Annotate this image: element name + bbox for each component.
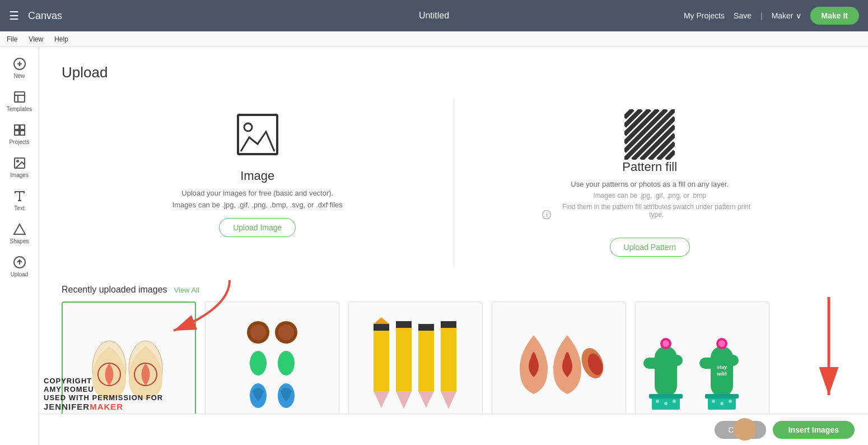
pattern-option-desc1: Use your patterns or photos as a fill on… [571, 180, 729, 188]
pattern-option-note: Find them in the pattern fill attributes… [556, 203, 757, 219]
image-card-4[interactable] [492, 302, 626, 425]
my-projects-link[interactable]: My Projects [684, 11, 725, 20]
watermark-jennifer: JENNIFER [44, 402, 90, 411]
recently-section: Recently uploaded images View All [62, 285, 846, 425]
project-title: Untitled [419, 11, 449, 21]
make-it-button[interactable]: Make It [810, 7, 859, 25]
svg-rect-6 [15, 125, 19, 129]
sidebar-item-projects-label: Projects [9, 139, 29, 145]
topbar-divider: | [760, 11, 763, 20]
svg-rect-54 [441, 321, 456, 328]
image-option-title: Image [240, 169, 274, 183]
svg-rect-48 [396, 321, 412, 328]
sidebar-item-templates[interactable]: Templates [0, 85, 39, 118]
sidebar-item-templates-label: Templates [7, 106, 32, 112]
svg-marker-43 [374, 391, 389, 408]
bottom-bar: Cancel Insert Images [39, 414, 868, 445]
sidebar-item-shapes-label: Shapes [10, 238, 29, 244]
hamburger-menu-icon[interactable]: ☰ [9, 9, 19, 22]
page-title: Upload [62, 64, 846, 81]
maker-selector[interactable]: Maker ∨ [772, 11, 801, 20]
svg-rect-46 [396, 321, 412, 391]
watermark-line3: USED WITH PERMISSION FOR [44, 393, 163, 402]
menubar: File View Help [0, 31, 868, 47]
topbar-right: My Projects Save | Maker ∨ Make It [684, 7, 859, 25]
text-icon [13, 189, 26, 203]
svg-point-65 [664, 402, 668, 405]
svg-point-63 [662, 340, 669, 347]
menu-file[interactable]: File [7, 35, 17, 43]
sidebar-item-text-label: Text [14, 205, 24, 211]
svg-point-73 [718, 340, 725, 347]
pencils-image [360, 313, 472, 414]
pattern-upload-icon [624, 109, 675, 160]
upload-pattern-button[interactable]: Upload Pattern [610, 238, 690, 257]
sidebar-item-projects[interactable]: Projects [0, 118, 39, 151]
upload-image-button[interactable]: Upload Image [219, 218, 296, 237]
topbar: ☰ Canvas Untitled My Projects Save | Mak… [0, 0, 868, 31]
svg-point-64 [656, 400, 659, 403]
save-button[interactable]: Save [734, 11, 752, 20]
upload-options: Image Upload your images for free (basic… [62, 98, 846, 268]
sidebar-item-text[interactable]: Text [0, 184, 39, 217]
sidebar-item-images-label: Images [10, 172, 29, 178]
upload-pattern-option: Pattern fill Use your patterns or photos… [454, 98, 846, 268]
sidebar-item-images[interactable]: Images [0, 151, 39, 184]
svg-rect-59 [666, 355, 683, 366]
pattern-option-title: Pattern fill [622, 160, 677, 174]
image-option-desc1: Upload your images for free (basic and v… [181, 189, 333, 197]
svg-rect-44 [374, 324, 389, 331]
svg-rect-61 [649, 394, 683, 398]
insert-images-button[interactable]: Insert Images [773, 421, 855, 439]
svg-point-38 [250, 351, 267, 376]
sidebar: New Templates Projects [0, 47, 39, 445]
svg-rect-3 [15, 92, 25, 102]
svg-rect-71 [705, 394, 739, 398]
upload-icon [13, 256, 26, 269]
svg-point-17 [244, 123, 252, 131]
watermark-maker: MAKER [90, 402, 123, 411]
svg-marker-47 [396, 391, 412, 409]
svg-rect-16 [238, 115, 277, 154]
watermark: COPYRIGHT AMY ROMEU USED WITH PERMISSION… [39, 374, 167, 414]
sidebar-item-new[interactable]: New [0, 52, 39, 85]
image-card-5[interactable]: stay wild [635, 302, 769, 425]
svg-rect-58 [643, 358, 660, 369]
image-grid: stay wild [62, 302, 846, 425]
svg-point-37 [278, 325, 294, 340]
autumn-image [503, 313, 615, 414]
svg-marker-53 [441, 391, 456, 409]
svg-rect-8 [15, 131, 19, 135]
view-all-link[interactable]: View All [174, 286, 199, 294]
sidebar-item-shapes[interactable]: Shapes [0, 217, 39, 250]
svg-point-39 [278, 351, 295, 376]
svg-text:wild: wild [716, 371, 727, 377]
sidebar-item-upload[interactable]: Upload [0, 250, 39, 283]
image-option-desc2: Images can be .jpg, .gif, .png, .bmp, .s… [172, 201, 343, 209]
svg-rect-51 [418, 324, 434, 331]
svg-point-77 [720, 402, 724, 405]
menu-view[interactable]: View [29, 35, 43, 43]
watermark-line4: JENNIFERMAKER [44, 402, 163, 411]
sidebar-item-upload-label: Upload [11, 271, 29, 277]
svg-rect-68 [699, 358, 716, 369]
image-upload-icon [232, 109, 283, 160]
image-card-2[interactable] [205, 302, 339, 425]
svg-point-76 [712, 400, 715, 403]
svg-rect-7 [20, 125, 25, 129]
svg-point-78 [729, 400, 732, 403]
svg-point-11 [17, 160, 18, 162]
svg-point-35 [250, 325, 266, 340]
image-card-3[interactable] [348, 302, 483, 425]
svg-rect-42 [374, 324, 389, 391]
sidebar-item-new-label: New [13, 73, 25, 79]
recently-title: Recently uploaded images [62, 285, 167, 295]
watermark-line2: AMY ROMEU [44, 385, 163, 393]
svg-marker-45 [374, 317, 389, 324]
info-icon: i [542, 210, 551, 219]
menu-help[interactable]: Help [54, 35, 68, 43]
watermark-line1: COPYRIGHT [44, 377, 163, 385]
svg-rect-52 [441, 321, 456, 391]
earring-image-2 [222, 313, 323, 414]
templates-icon [13, 90, 26, 104]
